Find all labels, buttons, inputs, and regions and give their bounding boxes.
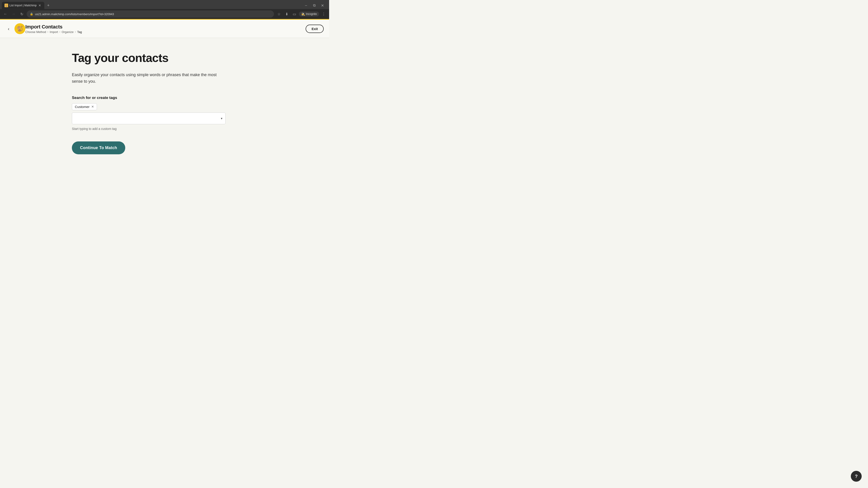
page-description: Easily organize your contacts using simp… xyxy=(72,72,225,85)
forward-navigation-button[interactable]: → xyxy=(10,11,17,17)
window-minimize-button[interactable]: – xyxy=(303,2,309,8)
incognito-menu[interactable]: 🕵 Incognito xyxy=(299,11,319,17)
menu-button[interactable]: ⋮ xyxy=(320,11,327,17)
browser-tab-bar: 🐒 List Import | Mailchimp ✕ + – ⧉ ✕ xyxy=(0,0,329,9)
window-maximize-button[interactable]: ⧉ xyxy=(311,2,317,8)
breadcrumb-separator-2: › xyxy=(59,30,60,33)
browser-tab[interactable]: 🐒 List Import | Mailchimp ✕ xyxy=(2,2,44,9)
tag-chip-remove-button[interactable]: ✕ xyxy=(91,105,94,108)
address-bar[interactable]: 🔒 us21.admin.mailchimp.com/lists/members… xyxy=(27,10,274,18)
continue-to-match-button[interactable]: Continue To Match xyxy=(72,141,125,154)
tag-chip-label: Customer xyxy=(75,105,90,109)
breadcrumb: Choose Method › Import › Organize › Tag xyxy=(25,30,82,34)
browser-chrome: 🐒 List Import | Mailchimp ✕ + – ⧉ ✕ ← → … xyxy=(0,0,329,20)
breadcrumb-import[interactable]: Import xyxy=(50,30,58,34)
breadcrumb-tag[interactable]: Tag xyxy=(77,30,82,34)
window-controls: – ⧉ ✕ xyxy=(303,2,327,8)
incognito-icon: 🕵 xyxy=(301,12,305,16)
tag-search-input[interactable] xyxy=(72,112,225,124)
app-title: Import Contacts xyxy=(25,24,82,30)
breadcrumb-separator-3: › xyxy=(75,30,76,33)
main-content: Tag your contacts Easily organize your c… xyxy=(63,38,266,168)
tag-hint: Start typing to add a custom tag xyxy=(72,127,257,131)
breadcrumb-choose-method[interactable]: Choose Method xyxy=(25,30,46,34)
app-header: ‹ 🐒 Import Contacts Choose Method › Impo… xyxy=(0,20,329,38)
back-navigation-button[interactable]: ← xyxy=(2,11,8,17)
tag-chip-customer: Customer ✕ xyxy=(72,103,97,110)
exit-button[interactable]: Exit xyxy=(306,25,324,33)
tab-favicon: 🐒 xyxy=(4,4,8,7)
mailchimp-logo: 🐒 xyxy=(14,23,25,34)
tag-chips-row: Customer ✕ xyxy=(72,103,257,110)
device-button[interactable]: ▭ xyxy=(291,11,298,17)
browser-toolbar: ← → ↻ 🔒 us21.admin.mailchimp.com/lists/m… xyxy=(0,9,329,19)
incognito-label: Incognito xyxy=(306,12,317,15)
toolbar-actions: ☆ ⬇ ▭ 🕵 Incognito ⋮ xyxy=(276,11,327,17)
bookmark-button[interactable]: ☆ xyxy=(276,11,282,17)
back-button[interactable]: ‹ xyxy=(5,26,12,32)
breadcrumb-separator-1: › xyxy=(48,30,49,33)
reload-button[interactable]: ↻ xyxy=(19,11,25,17)
download-button[interactable]: ⬇ xyxy=(283,11,290,17)
address-text: us21.admin.mailchimp.com/lists/members/i… xyxy=(35,12,114,16)
new-tab-button[interactable]: + xyxy=(45,2,52,8)
tab-close-button[interactable]: ✕ xyxy=(38,4,41,7)
lock-icon: 🔒 xyxy=(30,12,33,15)
breadcrumb-organize[interactable]: Organize xyxy=(62,30,74,34)
page-heading: Tag your contacts xyxy=(72,52,257,64)
window-close-button[interactable]: ✕ xyxy=(319,2,326,8)
header-title-section: Import Contacts Choose Method › Import ›… xyxy=(25,24,82,34)
tab-title: List Import | Mailchimp xyxy=(9,4,37,7)
tag-section-label: Search for or create tags xyxy=(72,96,257,100)
tag-search-container: ▾ xyxy=(72,112,257,124)
tag-section: Search for or create tags Customer ✕ ▾ S… xyxy=(72,96,257,154)
